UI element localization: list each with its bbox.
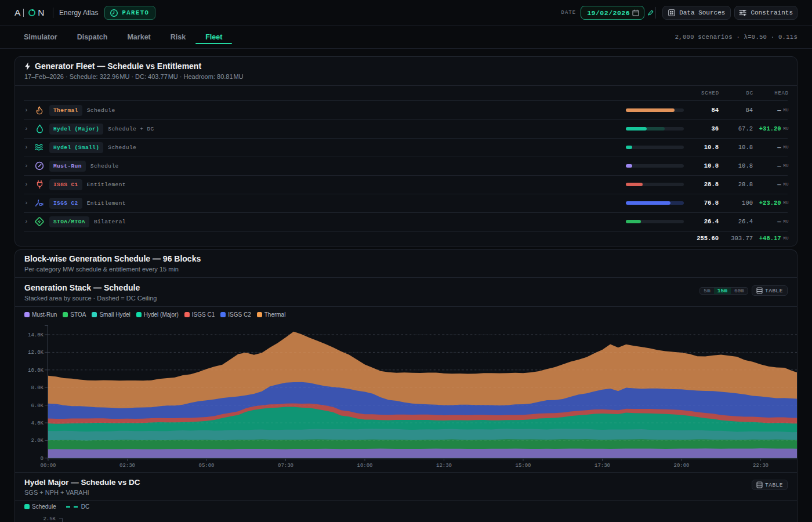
svg-text:4.0K: 4.0K	[31, 420, 44, 426]
svg-text:0: 0	[41, 456, 44, 462]
svg-text:20:00: 20:00	[673, 463, 689, 469]
svg-text:07:30: 07:30	[278, 463, 293, 469]
svg-text:17:30: 17:30	[594, 463, 610, 469]
svg-text:10.0K: 10.0K	[28, 368, 44, 374]
svg-text:02:30: 02:30	[119, 463, 135, 469]
svg-text:12:30: 12:30	[436, 463, 452, 469]
svg-text:00:00: 00:00	[40, 463, 56, 469]
svg-text:14.0K: 14.0K	[28, 332, 44, 338]
svg-text:6.0K: 6.0K	[31, 403, 44, 409]
svg-text:22:30: 22:30	[753, 463, 768, 469]
svg-text:10:00: 10:00	[357, 463, 372, 469]
svg-text:8.0K: 8.0K	[31, 385, 44, 391]
svg-text:2.0K: 2.0K	[31, 438, 44, 444]
svg-text:05:00: 05:00	[198, 463, 214, 469]
svg-text:15:00: 15:00	[515, 463, 531, 469]
svg-text:12.0K: 12.0K	[28, 350, 44, 356]
